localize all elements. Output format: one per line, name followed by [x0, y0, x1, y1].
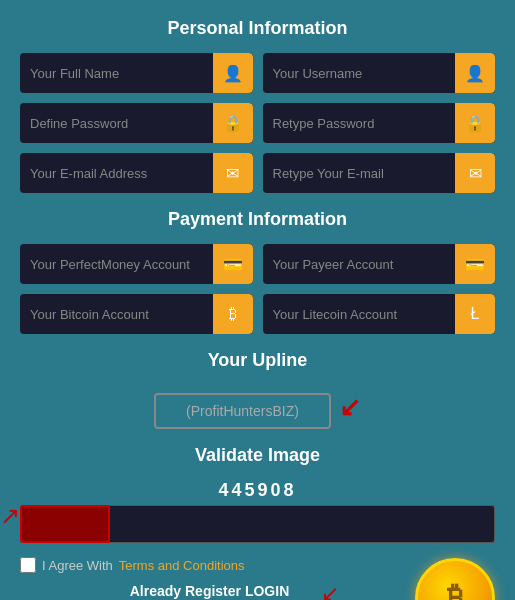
bitcoin-coin-area: ₿: [415, 558, 495, 600]
retype-email-group: ✉: [263, 153, 496, 193]
bitcoin-input[interactable]: [20, 307, 213, 322]
agree-row: I Agree With Terms and Conditions: [20, 557, 399, 573]
password-input[interactable]: [20, 116, 213, 131]
captcha-text-input[interactable]: [110, 505, 495, 543]
username-group: 👤: [263, 53, 496, 93]
personal-info-row-2: 🔒 🔒: [20, 103, 495, 143]
upline-section: Your Upline (ProfitHuntersBIZ) ↙: [20, 350, 495, 429]
already-login: Already Register LOGIN: [20, 583, 399, 599]
payeer-icon: 💳: [455, 244, 495, 284]
payeer-input[interactable]: [263, 257, 456, 272]
password-group: 🔒: [20, 103, 253, 143]
user2-icon: 👤: [455, 53, 495, 93]
captcha-container: ↗ 445908: [20, 480, 495, 543]
already-login-text: Already Register LOGIN: [130, 583, 290, 599]
perfectmoney-icon: 💳: [213, 244, 253, 284]
password2-icon: 🔒: [455, 103, 495, 143]
validate-section: Validate Image ↗ 445908: [20, 445, 495, 543]
bottom-left: I Agree With Terms and Conditions Alread…: [20, 543, 399, 600]
bitcoin-logo: ₿: [415, 558, 495, 600]
username-input[interactable]: [263, 66, 456, 81]
payment-info-title: Payment Information: [20, 209, 495, 230]
captcha-arrow: ↗: [0, 502, 20, 530]
terms-link[interactable]: Terms and Conditions: [119, 558, 245, 573]
validate-title: Validate Image: [20, 445, 495, 466]
email-group: ✉: [20, 153, 253, 193]
perfectmoney-input[interactable]: [20, 257, 213, 272]
register-arrow: ↙: [321, 581, 339, 600]
litecoin-input[interactable]: [263, 307, 456, 322]
payment-row-1: 💳 💳: [20, 244, 495, 284]
upline-arrow: ↙: [339, 392, 361, 423]
bitcoin-icon: ₿: [213, 294, 253, 334]
full-name-input[interactable]: [20, 66, 213, 81]
email2-icon: ✉: [455, 153, 495, 193]
upline-title: Your Upline: [20, 350, 495, 371]
perfectmoney-group: 💳: [20, 244, 253, 284]
upline-value: (ProfitHuntersBIZ): [154, 393, 331, 429]
payeer-group: 💳: [263, 244, 496, 284]
password-icon: 🔒: [213, 103, 253, 143]
captcha-image-box: [20, 505, 110, 543]
email-input[interactable]: [20, 166, 213, 181]
payment-row-2: ₿ Ł: [20, 294, 495, 334]
retype-email-input[interactable]: [263, 166, 456, 181]
personal-info-row-1: 👤 👤: [20, 53, 495, 93]
retype-password-input[interactable]: [263, 116, 456, 131]
agree-checkbox[interactable]: [20, 557, 36, 573]
captcha-code: 445908: [20, 480, 495, 501]
bitcoin-group: ₿: [20, 294, 253, 334]
retype-password-group: 🔒: [263, 103, 496, 143]
user-icon: 👤: [213, 53, 253, 93]
payment-section: Payment Information 💳 💳 ₿ Ł: [20, 209, 495, 334]
personal-info-title: Personal Information: [20, 18, 495, 39]
personal-info-row-3: ✉ ✉: [20, 153, 495, 193]
litecoin-group: Ł: [263, 294, 496, 334]
agree-label: I Agree With: [42, 558, 113, 573]
email-icon: ✉: [213, 153, 253, 193]
captcha-input-wrapper: [20, 505, 495, 543]
full-name-group: 👤: [20, 53, 253, 93]
bottom-area: I Agree With Terms and Conditions Alread…: [20, 543, 495, 600]
litecoin-icon: Ł: [455, 294, 495, 334]
